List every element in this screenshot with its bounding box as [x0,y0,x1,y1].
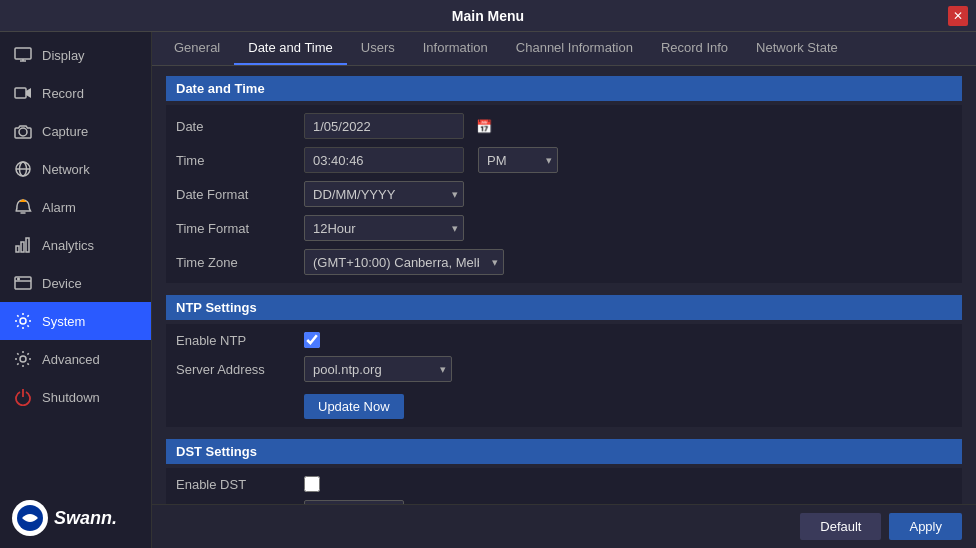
network-icon [12,158,34,180]
enable-ntp-checkbox[interactable] [304,332,320,348]
svg-rect-10 [16,246,19,252]
dst-section-body: Enable DST Time Offset 1Hour 30Min 2Hour [166,468,962,504]
record-icon [12,82,34,104]
svg-point-16 [20,318,26,324]
svg-point-17 [20,356,26,362]
ntp-section-body: Enable NTP Server Address pool.ntp.org t… [166,324,962,427]
dst-section-header: DST Settings [166,439,962,464]
tab-network-state[interactable]: Network State [742,32,852,65]
sidebar-item-advanced[interactable]: Advanced [0,340,151,378]
apply-button[interactable]: Apply [889,513,962,540]
time-format-row: Time Format 12Hour 24Hour [176,215,952,241]
timezone-label: Time Zone [176,255,296,270]
date-format-label: Date Format [176,187,296,202]
time-offset-select[interactable]: 1Hour 30Min 2Hour [304,500,404,504]
tab-channel-information[interactable]: Channel Information [502,32,647,65]
enable-ntp-label: Enable NTP [176,333,296,348]
sidebar-label-system: System [42,314,85,329]
date-row: Date 📅 [176,113,952,139]
svg-rect-3 [15,88,26,98]
svg-rect-11 [21,242,24,252]
display-icon [12,44,34,66]
date-time-section-header: Date and Time [166,76,962,101]
tab-date-time[interactable]: Date and Time [234,32,347,65]
tab-record-info[interactable]: Record Info [647,32,742,65]
sidebar-label-capture: Capture [42,124,88,139]
enable-ntp-row: Enable NTP [176,332,952,348]
date-format-select-wrapper: DD/MM/YYYY MM/DD/YYYY YYYY/MM/DD [304,181,464,207]
server-address-select[interactable]: pool.ntp.org time.google.com [304,356,452,382]
sidebar-label-analytics: Analytics [42,238,94,253]
sidebar-item-record[interactable]: Record [0,74,151,112]
ntp-section-header: NTP Settings [166,295,962,320]
timezone-select-wrapper: (GMT+10:00) Canberra, Melbourn... [304,249,504,275]
enable-dst-checkbox[interactable] [304,476,320,492]
sidebar-item-alarm[interactable]: Alarm [0,188,151,226]
title-bar: Main Menu ✕ [0,0,976,32]
date-format-row: Date Format DD/MM/YYYY MM/DD/YYYY YYYY/M… [176,181,952,207]
svg-rect-12 [26,238,29,252]
sidebar-item-display[interactable]: Display [0,36,151,74]
timezone-select[interactable]: (GMT+10:00) Canberra, Melbourn... [304,249,504,275]
update-btn-row: Update Now [176,390,952,419]
ampm-select[interactable]: AM PM [478,147,558,173]
time-format-select[interactable]: 12Hour 24Hour [304,215,464,241]
dst-section: DST Settings Enable DST Time Offset 1Hou… [166,439,962,504]
server-address-label: Server Address [176,362,296,377]
content-area: General Date and Time Users Information … [152,32,976,548]
logo-text: Swann. [54,508,117,529]
date-input[interactable] [304,113,464,139]
close-button[interactable]: ✕ [948,6,968,26]
server-address-row: Server Address pool.ntp.org time.google.… [176,356,952,382]
logo-icon [12,500,48,536]
date-time-section: Date and Time Date 📅 Time A [166,76,962,283]
sidebar-item-analytics[interactable]: Analytics [0,226,151,264]
enable-dst-label: Enable DST [176,477,296,492]
tab-users[interactable]: Users [347,32,409,65]
analytics-icon [12,234,34,256]
sidebar-label-advanced: Advanced [42,352,100,367]
date-label: Date [176,119,296,134]
time-label: Time [176,153,296,168]
device-icon [12,272,34,294]
sidebar-item-device[interactable]: Device [0,264,151,302]
svg-rect-0 [15,48,31,59]
enable-dst-row: Enable DST [176,476,952,492]
window-title: Main Menu [452,8,524,24]
time-input[interactable] [304,147,464,173]
time-format-select-wrapper: 12Hour 24Hour [304,215,464,241]
ampm-select-wrapper: AM PM [478,147,558,173]
capture-icon [12,120,34,142]
time-offset-select-wrapper: 1Hour 30Min 2Hour [304,500,404,504]
tab-information[interactable]: Information [409,32,502,65]
sidebar-label-shutdown: Shutdown [42,390,100,405]
time-row: Time AM PM [176,147,952,173]
date-format-select[interactable]: DD/MM/YYYY MM/DD/YYYY YYYY/MM/DD [304,181,464,207]
time-format-label: Time Format [176,221,296,236]
sidebar-item-system[interactable]: System [0,302,151,340]
shutdown-icon [12,386,34,408]
system-icon [12,310,34,332]
svg-point-5 [19,128,27,136]
content-scroll: Date and Time Date 📅 Time A [152,66,976,504]
sidebar-label-device: Device [42,276,82,291]
footer: Default Apply [152,504,976,548]
ntp-section: NTP Settings Enable NTP Server Address p… [166,295,962,427]
sidebar-item-shutdown[interactable]: Shutdown [0,378,151,416]
sidebar: Display Record Capture [0,32,152,548]
timezone-row: Time Zone (GMT+10:00) Canberra, Melbourn… [176,249,952,275]
sidebar-label-alarm: Alarm [42,200,76,215]
sidebar-label-network: Network [42,162,90,177]
default-button[interactable]: Default [800,513,881,540]
sidebar-item-network[interactable]: Network [0,150,151,188]
date-time-section-body: Date 📅 Time AM PM [166,105,962,283]
calendar-icon[interactable]: 📅 [476,119,492,134]
alarm-icon [12,196,34,218]
sidebar-logo: Swann. [0,488,151,548]
update-now-button[interactable]: Update Now [304,394,404,419]
sidebar-item-capture[interactable]: Capture [0,112,151,150]
svg-point-15 [18,278,20,280]
tabs-bar: General Date and Time Users Information … [152,32,976,66]
advanced-icon [12,348,34,370]
tab-general[interactable]: General [160,32,234,65]
